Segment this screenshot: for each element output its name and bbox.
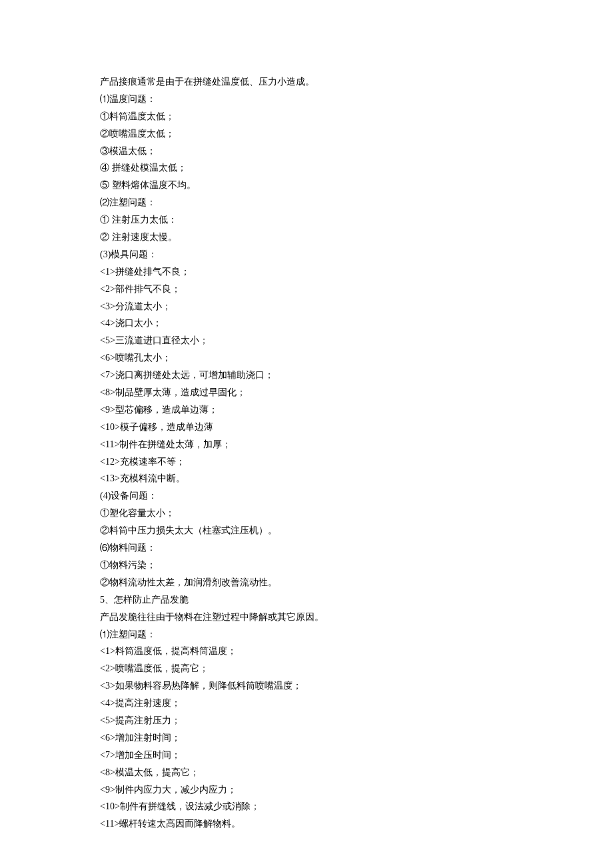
text-line: ④ 拼缝处模温太低； — [100, 159, 513, 177]
text-line: <2>部件排气不良； — [100, 281, 513, 298]
text-line: <1>料筒温度低，提高料筒温度； — [100, 643, 513, 660]
text-line: <8>模温太低，提高它； — [100, 764, 513, 781]
text-line: ② 注射速度太慢。 — [100, 229, 513, 246]
document-page: 产品接痕通常是由于在拼缝处温度低、压力小造成。⑴温度问题：①料筒温度太低；②喷嘴… — [0, 0, 613, 868]
text-line: ① 注射压力太低： — [100, 211, 513, 229]
text-line: <5>三流道进口直径太小； — [100, 332, 513, 349]
text-line: ③模温太低； — [100, 143, 513, 160]
text-line: <4>浇口太小； — [100, 315, 513, 332]
text-line: ①物料污染； — [100, 557, 513, 574]
text-line: ②喷嘴温度太低； — [100, 125, 513, 143]
text-line: ①塑化容量太小； — [100, 505, 513, 522]
text-line: ⑤ 塑料熔体温度不均。 — [100, 177, 513, 194]
text-line: <7>浇口离拼缝处太远，可增加辅助浇口； — [100, 367, 513, 384]
text-line: 产品发脆往往由于物料在注塑过程中降解或其它原因。 — [100, 609, 513, 626]
text-line: <3>如果物料容易热降解，则降低料筒喷嘴温度； — [100, 677, 513, 695]
text-line: ②料筒中压力损失太大（柱塞式注压机）。 — [100, 522, 513, 539]
text-line: <7>增加全压时间； — [100, 747, 513, 764]
text-line: <9>型芯偏移，造成单边薄； — [100, 401, 513, 419]
text-line: 5、怎样防止产品发脆 — [100, 591, 513, 609]
text-line: <10>制件有拼缝线，设法减少或消除； — [100, 798, 513, 815]
text-line: <11>制件在拼缝处太薄，加厚； — [100, 436, 513, 453]
text-line: <13>充模料流中断。 — [100, 470, 513, 487]
text-line: 产品接痕通常是由于在拼缝处温度低、压力小造成。 — [100, 73, 513, 91]
text-line: (4)设备问题： — [100, 487, 513, 505]
text-line: <5>提高注射压力； — [100, 712, 513, 729]
text-line: <6>增加注射时间； — [100, 729, 513, 747]
text-line: <9>制件内应力大，减少内应力； — [100, 781, 513, 799]
text-line: <1>拼缝处排气不良； — [100, 263, 513, 281]
text-line: (3)模具问题： — [100, 246, 513, 263]
text-line: ②物料流动性太差，加润滑剂改善流动性。 — [100, 574, 513, 591]
text-line: ⑹物料问题： — [100, 539, 513, 557]
text-line: <8>制品壁厚太薄，造成过早固化； — [100, 384, 513, 401]
text-line: <3>分流道太小； — [100, 298, 513, 315]
text-line: ⑵注塑问题： — [100, 194, 513, 211]
text-line: <12>充模速率不等； — [100, 453, 513, 471]
text-line: <10>模子偏移，造成单边薄 — [100, 419, 513, 436]
text-line: <6>喷嘴孔太小； — [100, 349, 513, 367]
text-line: <4>提高注射速度； — [100, 695, 513, 712]
text-line: ⑴注塑问题： — [100, 626, 513, 643]
text-line: <11>螺杆转速太高因而降解物料。 — [100, 815, 513, 833]
text-line: <2>喷嘴温度低，提高它； — [100, 660, 513, 677]
text-line: ①料筒温度太低； — [100, 108, 513, 125]
text-line: ⑴温度问题： — [100, 91, 513, 108]
